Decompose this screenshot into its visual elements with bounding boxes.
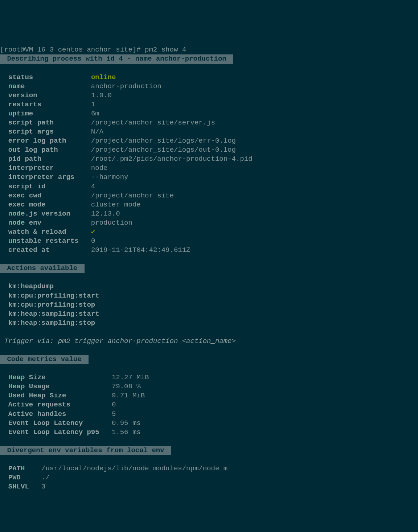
action-item: km:heapdump: [8, 282, 54, 290]
kv-spacer: [66, 392, 111, 400]
kv-key: created at: [8, 246, 50, 254]
kv-key: exec mode: [8, 201, 46, 209]
kv-spacer: [54, 119, 91, 127]
kv-spacer: [66, 137, 91, 145]
kv-val: 0.95 ms: [112, 419, 141, 427]
kv-spacer: [74, 173, 91, 181]
trigger-hint: Trigger via: pm2 trigger anchor-producti…: [0, 337, 236, 345]
kv-val: 12.27 MiB: [112, 373, 149, 381]
kv-spacer: [45, 373, 111, 381]
kv-spacer: [45, 183, 91, 191]
kv-key: watch & reload: [8, 228, 66, 236]
kv-val: 9.71 MiB: [112, 392, 145, 400]
kv-key: unstable restarts: [8, 237, 79, 245]
kv-spacer: [41, 192, 91, 200]
kv-spacer: [66, 228, 91, 236]
section-divergent-header: Divergent env variables from local env: [0, 446, 171, 455]
kv-val: 2019-11-21T04:42:49.611Z: [91, 246, 190, 254]
kv-key: error log path: [8, 137, 66, 145]
kv-key: Heap Usage: [8, 382, 50, 390]
kv-key: Heap Size: [8, 373, 46, 381]
kv-val: 1: [91, 101, 95, 109]
kv-spacer: [70, 401, 112, 409]
section-describing-header: Describing process with id 4 - name anch…: [0, 54, 233, 64]
kv-spacer: [83, 419, 112, 427]
kv-spacer: [33, 110, 91, 118]
kv-spacer: [25, 465, 41, 472]
kv-spacer: [33, 73, 91, 81]
kv-key: status: [8, 73, 33, 81]
kv-spacer: [29, 483, 41, 491]
kv-key: script args: [8, 128, 54, 136]
kv-val: /project/anchor_site/server.js: [91, 119, 215, 127]
kv-val: production: [91, 219, 132, 227]
kv-val: 5: [112, 410, 116, 418]
kv-val: --harmony: [91, 173, 128, 181]
prompt-line: [root@VM_16_3_centos anchor_site]# pm2 s…: [0, 46, 186, 54]
kv-key: Used Heap Size: [8, 392, 66, 400]
kv-key: out log path: [8, 146, 58, 154]
kv-val: 4: [91, 183, 95, 191]
kv-spacer: [41, 155, 91, 163]
kv-val: 0: [91, 237, 95, 245]
kv-spacer: [54, 128, 91, 136]
kv-key: pid path: [8, 155, 41, 163]
kv-key: Active handles: [8, 410, 66, 418]
kv-key: script path: [8, 119, 54, 127]
kv-key: Event Loop Latency p95: [8, 428, 99, 436]
kv-val: 1.56 ms: [112, 428, 141, 436]
kv-key: uptime: [8, 110, 33, 118]
kv-key: Active requests: [8, 401, 70, 409]
action-item: km:cpu:profiling:start: [8, 292, 99, 300]
kv-key: interpreter: [8, 164, 54, 172]
kv-spacer: [21, 474, 41, 482]
kv-val: anchor-production: [91, 82, 161, 90]
kv-val: 79.08 %: [112, 382, 141, 390]
kv-key: interpreter args: [8, 173, 74, 181]
kv-spacer: [50, 246, 91, 254]
kv-val: cluster_mode: [91, 201, 141, 209]
kv-val: /usr/local/nodejs/lib/node_modules/npm/n…: [41, 465, 228, 472]
kv-spacer: [41, 101, 91, 109]
kv-spacer: [41, 219, 91, 227]
kv-spacer: [50, 382, 112, 390]
kv-val: 6m: [91, 110, 99, 118]
kv-key: node env: [8, 219, 41, 227]
kv-key: version: [8, 91, 37, 99]
kv-spacer: [37, 91, 91, 99]
kv-key: Event Loop Latency: [8, 419, 83, 427]
kv-spacer: [58, 146, 91, 154]
kv-val: /root/.pm2/pids/anchor-production-4.pid: [91, 155, 253, 163]
kv-spacer: [45, 201, 91, 209]
action-item: km:heap:sampling:start: [8, 310, 99, 318]
action-item: km:heap:sampling:stop: [8, 319, 95, 327]
kv-key: exec cwd: [8, 192, 41, 200]
kv-val: N/A: [91, 128, 103, 136]
section-actions-header: Actions available: [0, 264, 85, 273]
kv-key: script id: [8, 183, 46, 191]
kv-val: online: [91, 73, 116, 81]
kv-spacer: [54, 164, 91, 172]
kv-val: ./: [41, 474, 50, 482]
kv-val: node: [91, 164, 108, 172]
kv-val: 1.0.0: [91, 91, 112, 99]
kv-val: /project/anchor_site: [91, 192, 174, 200]
kv-val: /project/anchor_site/logs/err-0.log: [91, 137, 236, 145]
kv-val: 0: [112, 401, 116, 409]
kv-val-check-icon: ✔: [91, 228, 95, 236]
section-metrics-header: Code metrics value: [0, 355, 89, 364]
kv-key: SHLVL: [8, 483, 29, 491]
action-item: km:cpu:profiling:stop: [8, 301, 95, 309]
kv-key: node.js version: [8, 210, 70, 218]
kv-spacer: [66, 410, 111, 418]
kv-key: restarts: [8, 101, 41, 109]
kv-spacer: [70, 210, 91, 218]
kv-val: 3: [41, 483, 45, 491]
terminal-output: [root@VM_16_3_centos anchor_site]# pm2 s…: [0, 36, 418, 491]
kv-key: PWD: [8, 474, 21, 482]
kv-spacer: [79, 237, 91, 245]
kv-spacer: [25, 82, 91, 90]
kv-key: PATH: [8, 465, 25, 472]
kv-val: /project/anchor_site/logs/out-0.log: [91, 146, 236, 154]
kv-key: name: [8, 82, 25, 90]
